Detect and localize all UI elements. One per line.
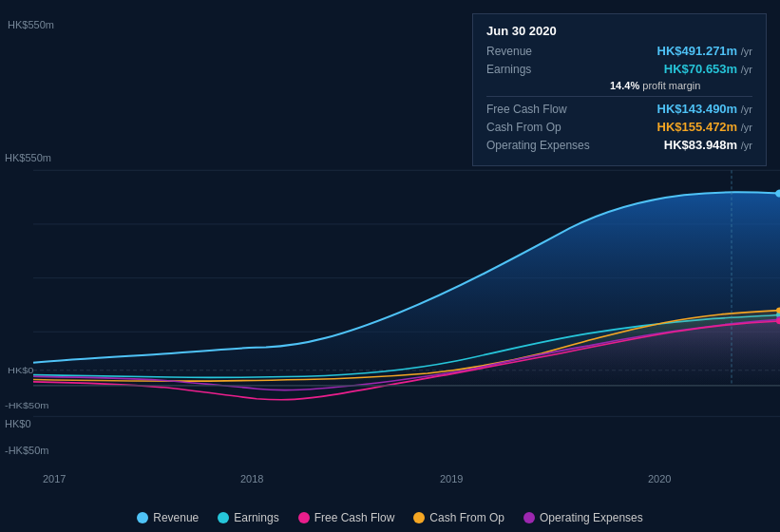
tooltip-row-earnings: Earnings HK$70.653m /yr: [486, 62, 752, 76]
legend-item-fcf[interactable]: Free Cash Flow: [298, 511, 395, 524]
legend-dot-earnings: [218, 512, 229, 523]
legend: Revenue Earnings Free Cash Flow Cash Fro…: [0, 511, 780, 524]
legend-dot-fcf: [298, 512, 310, 523]
chart-svg: HK$0 -HK$50m: [0, 147, 780, 470]
cashfromop-value: HK$155.472m /yr: [657, 120, 752, 134]
x-label-2017: 2017: [43, 473, 66, 484]
opex-label: Operating Expenses: [486, 139, 610, 152]
profit-margin-row: 14.4% profit margin: [486, 80, 752, 91]
legend-label-fcf: Free Cash Flow: [314, 511, 395, 524]
earnings-value: HK$70.653m /yr: [664, 62, 752, 76]
legend-item-earnings[interactable]: Earnings: [218, 511, 278, 524]
legend-dot-revenue: [137, 512, 148, 523]
svg-text:-HK$50m: -HK$50m: [5, 401, 48, 410]
revenue-label: Revenue: [486, 45, 610, 58]
legend-item-opex[interactable]: Operating Expenses: [523, 511, 643, 524]
x-label-2019: 2019: [440, 473, 463, 484]
x-label-2020: 2020: [648, 473, 671, 484]
legend-dot-opex: [523, 512, 535, 523]
legend-label-opex: Operating Expenses: [540, 511, 643, 524]
revenue-value: HK$491.271m /yr: [657, 44, 752, 58]
legend-dot-cashfromop: [413, 512, 425, 523]
svg-text:HK$0: HK$0: [8, 366, 34, 375]
y-label-zero: HK$0: [5, 418, 31, 429]
y-axis-top-label: HK$550m: [8, 19, 54, 30]
fcf-label: Free Cash Flow: [486, 103, 610, 116]
legend-item-revenue[interactable]: Revenue: [137, 511, 199, 524]
opex-value: HK$83.948m /yr: [664, 138, 752, 152]
tooltip-row-cashfromop: Cash From Op HK$155.472m /yr: [486, 120, 752, 134]
tooltip-date: Jun 30 2020: [486, 24, 752, 38]
legend-label-revenue: Revenue: [153, 511, 199, 524]
y-label-top: HK$550m: [5, 152, 51, 163]
cashfromop-label: Cash From Op: [486, 121, 610, 134]
legend-label-earnings: Earnings: [234, 511, 278, 524]
y-label-neg: -HK$50m: [5, 445, 48, 456]
tooltip-row-fcf: Free Cash Flow HK$143.490m /yr: [486, 102, 752, 116]
fcf-value: HK$143.490m /yr: [657, 102, 752, 116]
profit-margin-text: 14.4% profit margin: [610, 80, 700, 91]
earnings-label: Earnings: [486, 63, 610, 76]
legend-label-cashfromop: Cash From Op: [429, 511, 504, 524]
legend-item-cashfromop[interactable]: Cash From Op: [413, 511, 504, 524]
divider: [486, 96, 752, 97]
x-label-2018: 2018: [240, 473, 263, 484]
tooltip-row-revenue: Revenue HK$491.271m /yr: [486, 44, 752, 58]
tooltip-row-opex: Operating Expenses HK$83.948m /yr: [486, 138, 752, 152]
tooltip-card: Jun 30 2020 Revenue HK$491.271m /yr Earn…: [472, 13, 767, 166]
